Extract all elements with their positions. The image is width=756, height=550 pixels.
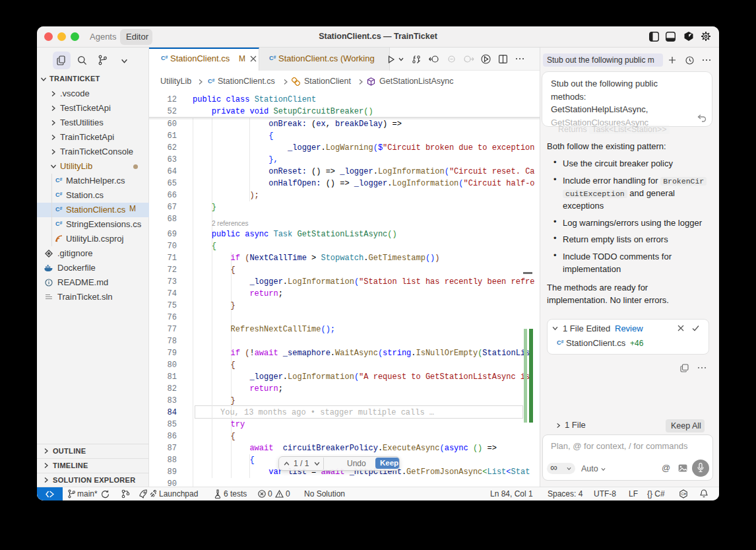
svg-text:C#: C# [681, 492, 686, 496]
